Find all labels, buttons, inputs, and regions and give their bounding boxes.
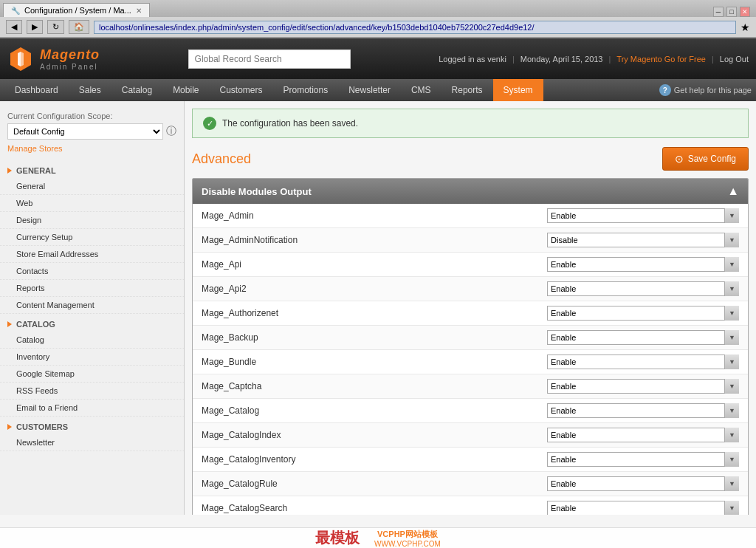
nav-item-dashboard[interactable]: Dashboard — [4, 79, 69, 101]
logout-link[interactable]: Log Out — [720, 55, 749, 64]
try-magento-link[interactable]: Try Magento Go for Free — [616, 55, 706, 64]
sidebar-item-general[interactable]: General — [0, 178, 184, 195]
scope-select[interactable]: Default Config — [7, 123, 163, 140]
manage-stores-link[interactable]: Manage Stores — [0, 144, 184, 160]
customers-section-label: CUSTOMERS — [16, 422, 68, 431]
svg-marker-2 — [21, 52, 24, 66]
sidebar-item-store-email[interactable]: Store Email Addresses — [0, 246, 184, 263]
nav-item-newsletter[interactable]: Newsletter — [338, 79, 401, 101]
sidebar-item-catalog[interactable]: Catalog — [0, 332, 184, 349]
scope-help-icon[interactable]: ⓘ — [166, 125, 176, 138]
arrow-icon-catalog — [7, 321, 12, 327]
search-bar — [188, 49, 351, 69]
module-select[interactable]: EnableDisable — [547, 403, 739, 418]
sidebar-item-google-sitemap[interactable]: Google Sitemap — [0, 366, 184, 383]
browser-tab-active[interactable]: 🔧 Configuration / System / Ma... ✕ — [3, 3, 150, 17]
table-row: Mage_CatalogIndex EnableDisable ▼ — [193, 423, 748, 448]
module-name: Mage_Backup — [202, 332, 547, 343]
sidebar-section-catalog: CATALOG — [0, 314, 184, 332]
scope-select-wrapper: Default Config ⓘ — [0, 122, 184, 144]
module-select-wrapper: EnableDisable ▼ — [547, 476, 739, 491]
nav-item-system[interactable]: System — [493, 79, 543, 101]
module-select-wrapper: EnableDisable ▼ — [547, 208, 739, 223]
module-select[interactable]: EnableDisable — [547, 330, 739, 345]
disable-modules-section: Disable Modules Output ▲ Mage_Admin Enab… — [192, 178, 749, 515]
page-header: Advanced ⊙ Save Config — [192, 147, 749, 171]
table-row: Mage_Admin EnableDisable ▼ — [193, 204, 748, 228]
success-icon: ✓ — [203, 117, 216, 130]
top-right-info: Logged in as venki | Monday, April 15, 2… — [439, 55, 749, 64]
table-row: Mage_CatalogSearch EnableDisable ▼ — [193, 496, 748, 515]
tab-close-icon[interactable]: ✕ — [136, 7, 142, 15]
module-select-wrapper: EnableDisable ▼ — [547, 233, 739, 247]
main-panel: ✓ The configuration has been saved. Adva… — [185, 101, 756, 515]
module-select-wrapper: EnableDisable ▼ — [547, 501, 739, 515]
sidebar-item-inventory[interactable]: Inventory — [0, 349, 184, 366]
module-select[interactable]: EnableDisable — [547, 501, 739, 515]
minimize-button[interactable]: ─ — [713, 7, 724, 17]
help-text: Get help for this page — [674, 86, 752, 95]
module-select-wrapper: EnableDisable ▼ — [547, 355, 739, 369]
module-select[interactable]: EnableDisable — [547, 281, 739, 296]
brand-subtitle: Admin Panel — [40, 63, 100, 71]
module-select[interactable]: EnableDisable — [547, 355, 739, 369]
module-name: Mage_Captcha — [202, 381, 547, 391]
sidebar: Current Configuration Scope: Default Con… — [0, 101, 185, 515]
collapse-button[interactable]: ▲ — [727, 185, 739, 198]
page-title: Advanced — [192, 151, 251, 167]
tab-title: Configuration / System / Ma... — [24, 6, 131, 15]
module-select-wrapper: EnableDisable ▼ — [547, 379, 739, 394]
catalog-section-label: CATALOG — [16, 320, 55, 329]
sidebar-item-email-friend[interactable]: Email to a Friend — [0, 400, 184, 417]
close-button[interactable]: ✕ — [740, 7, 750, 17]
nav-item-reports[interactable]: Reports — [441, 79, 493, 101]
refresh-button[interactable]: ↻ — [47, 20, 64, 34]
global-search-input[interactable] — [188, 49, 351, 69]
module-select[interactable]: EnableDisable — [547, 476, 739, 491]
sidebar-item-content-mgmt[interactable]: Content Management — [0, 297, 184, 314]
nav-item-catalog[interactable]: Catalog — [111, 79, 162, 101]
table-row: Mage_AdminNotification EnableDisable ▼ — [193, 228, 748, 253]
module-name: Mage_Catalog — [202, 405, 547, 416]
module-select[interactable]: EnableDisable — [547, 208, 739, 223]
module-select[interactable]: EnableDisable — [547, 452, 739, 467]
module-name: Mage_Api — [202, 259, 547, 270]
nav-item-customers[interactable]: Customers — [209, 79, 272, 101]
module-select[interactable]: EnableDisable — [547, 428, 739, 442]
module-select[interactable]: EnableDisable — [547, 306, 739, 321]
module-select[interactable]: EnableDisable — [547, 233, 739, 247]
table-row: Mage_Catalog EnableDisable ▼ — [193, 399, 748, 423]
help-button[interactable]: ? Get help for this page — [659, 84, 752, 96]
sidebar-item-currency-setup[interactable]: Currency Setup — [0, 229, 184, 246]
logged-in-text: Logged in as venki — [439, 55, 506, 64]
success-message: ✓ The configuration has been saved. — [192, 109, 749, 138]
nav-item-promotions[interactable]: Promotions — [273, 79, 339, 101]
module-select-wrapper: EnableDisable ▼ — [547, 330, 739, 345]
table-row: Mage_Api EnableDisable ▼ — [193, 253, 748, 277]
module-select[interactable]: EnableDisable — [547, 379, 739, 394]
module-name: Mage_Api2 — [202, 284, 547, 294]
maximize-button[interactable]: □ — [726, 7, 737, 17]
sidebar-item-design[interactable]: Design — [0, 212, 184, 229]
back-button[interactable]: ◀ — [6, 20, 22, 34]
bookmark-icon[interactable]: ★ — [740, 21, 750, 33]
table-row: Mage_Captcha EnableDisable ▼ — [193, 374, 748, 399]
nav-item-sales[interactable]: Sales — [69, 79, 111, 101]
module-select[interactable]: EnableDisable — [547, 257, 739, 272]
help-icon: ? — [659, 84, 671, 96]
nav-item-cms[interactable]: CMS — [401, 79, 441, 101]
address-bar[interactable] — [94, 21, 736, 34]
sidebar-item-reports[interactable]: Reports — [0, 280, 184, 297]
nav-item-mobile[interactable]: Mobile — [162, 79, 209, 101]
forward-button[interactable]: ▶ — [27, 20, 43, 34]
module-select-wrapper: EnableDisable ▼ — [547, 306, 739, 321]
sidebar-item-web[interactable]: Web — [0, 195, 184, 212]
sidebar-item-newsletter[interactable]: Newsletter — [0, 434, 184, 451]
sidebar-item-contacts[interactable]: Contacts — [0, 263, 184, 280]
sidebar-item-rss-feeds[interactable]: RSS Feeds — [0, 383, 184, 400]
save-config-button[interactable]: ⊙ Save Config — [662, 147, 749, 171]
save-label: Save Config — [688, 154, 736, 164]
module-name: Mage_AdminNotification — [202, 235, 547, 245]
brand-name: Magento — [40, 47, 100, 63]
home-button[interactable]: 🏠 — [69, 20, 89, 34]
